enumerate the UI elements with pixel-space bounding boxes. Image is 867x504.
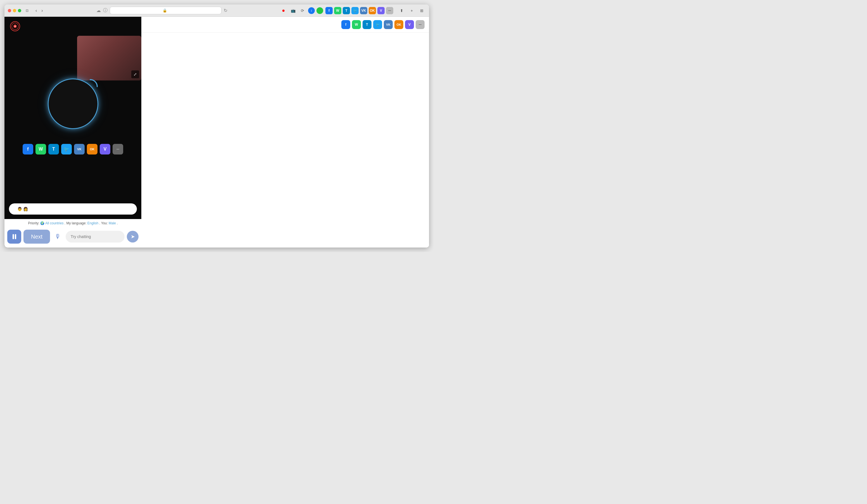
viber-share-button[interactable]: V [100, 144, 110, 154]
info-icon[interactable]: ⓘ [103, 8, 108, 13]
refresh-icon[interactable]: ⟳ [299, 7, 307, 14]
browser-content: ⤢ f W T 🐦 VK [4, 17, 429, 248]
window-controls: ⬆ + ⊞ [398, 7, 426, 14]
rp-whatsapp-icon[interactable]: W [352, 20, 361, 29]
toolbar-facebook-icon[interactable]: f [325, 7, 333, 14]
right-header-social: f W T 🐦 VK OK V ··· [141, 17, 429, 33]
video-preview: ⤢ [77, 36, 141, 81]
lock-icon: 🔒 [162, 8, 167, 13]
toolbar-icons: ⏺ 📺 ⟳ i [280, 7, 323, 14]
sidebar-icon: ⊡ [26, 9, 29, 13]
you-link[interactable]: Male [109, 221, 116, 225]
back-button[interactable]: ‹ [34, 8, 38, 14]
ok-share-button[interactable]: OK [87, 144, 97, 154]
minimize-button[interactable] [13, 9, 16, 12]
toolbar-twitter-icon[interactable]: 🐦 [351, 7, 358, 14]
vk-share-button[interactable]: VK [74, 144, 85, 154]
maximize-button[interactable] [18, 9, 21, 12]
next-button[interactable]: Next [23, 230, 50, 244]
share-icon[interactable]: ⬆ [398, 7, 406, 14]
whatsapp-share-button[interactable]: W [35, 144, 46, 154]
rp-vk-icon[interactable]: VK [384, 20, 393, 29]
priority-countries-link[interactable]: All countries [45, 221, 63, 225]
record-icon[interactable]: ⏺ [280, 7, 287, 14]
traffic-lights [8, 9, 21, 12]
language-link[interactable]: English [87, 221, 98, 225]
svg-point-3 [14, 26, 15, 27]
reload-icon[interactable]: ↻ [224, 8, 227, 13]
priority-label: Priority: [28, 221, 40, 225]
toolbar-telegram-icon[interactable]: T [343, 7, 350, 14]
address-bar[interactable]: 🔒 [110, 7, 222, 14]
facebook-share-button[interactable]: f [23, 144, 33, 154]
twitter-share-button[interactable]: 🐦 [61, 144, 72, 154]
toolbar-ok-icon[interactable]: OK [369, 7, 376, 14]
address-bar-container: ☁ ⓘ 🔒 ↻ [46, 7, 277, 14]
pause-button[interactable] [7, 230, 21, 244]
toolbar-vk-icon[interactable]: VK [360, 7, 367, 14]
toolbar-whatsapp-icon[interactable]: W [334, 7, 341, 14]
search-bar[interactable]: 👨 👩 [9, 203, 137, 215]
more-share-button[interactable]: ··· [113, 144, 123, 154]
forward-button[interactable]: › [40, 8, 44, 14]
rp-twitter-icon[interactable]: 🐦 [373, 20, 382, 29]
browser-titlebar: ⊡ ‹ › ☁ ⓘ 🔒 ↻ ⏺ 📺 ⟳ i f W T 🐦 [4, 4, 429, 17]
rp-viber-icon[interactable]: V [405, 20, 414, 29]
site-header [4, 17, 141, 36]
emoji-circle [49, 79, 97, 128]
you-separator: . You: [99, 221, 109, 225]
rp-more-icon[interactable]: ··· [416, 20, 425, 29]
grid-view-icon[interactable]: ⊞ [418, 7, 426, 14]
right-panel: f W T 🐦 VK OK V ··· [141, 17, 429, 248]
rp-telegram-icon[interactable]: T [363, 20, 372, 29]
close-button[interactable] [8, 9, 11, 12]
bottom-controls: Next 🎙 ➤ [4, 227, 141, 248]
private-mode-indicator: ⊡ [26, 9, 30, 13]
airplay-icon[interactable]: 📺 [289, 7, 297, 14]
cloud-icon: ☁ [96, 8, 101, 13]
expand-button[interactable]: ⤢ [131, 71, 139, 78]
toolbar-viber-icon[interactable]: V [377, 7, 385, 14]
social-icons-row: f W T 🐦 VK OK V ··· [23, 144, 123, 154]
search-emoji: 👨 👩 [17, 207, 28, 211]
priority-bar: Priority: 🌍 All countries . My language:… [4, 219, 141, 227]
video-area: ⤢ f W T 🐦 VK [4, 36, 141, 203]
logo-icon [10, 21, 20, 31]
toolbar-social-bar: f W T 🐦 VK OK V ··· [325, 7, 393, 14]
toolbar-more-icon[interactable]: ··· [386, 7, 393, 14]
new-tab-icon[interactable]: + [408, 7, 416, 14]
main-panel: ⤢ f W T 🐦 VK [4, 17, 141, 248]
rp-ok-icon[interactable]: OK [394, 20, 403, 29]
period: . [117, 221, 118, 225]
rp-facebook-icon[interactable]: f [341, 20, 350, 29]
extension-icon-green[interactable] [317, 7, 323, 14]
chat-input[interactable] [66, 231, 125, 243]
telegram-share-button[interactable]: T [48, 144, 59, 154]
priority-globe: 🌍 [40, 221, 44, 225]
browser-window: ⊡ ‹ › ☁ ⓘ 🔒 ↻ ⏺ 📺 ⟳ i f W T 🐦 [4, 4, 429, 248]
extension-icon-blue[interactable]: i [308, 7, 315, 14]
spinner-arc [82, 78, 99, 95]
mic-button[interactable]: 🎙 [52, 231, 63, 242]
language-separator: . My language: [65, 221, 87, 225]
send-button[interactable]: ➤ [127, 231, 139, 243]
